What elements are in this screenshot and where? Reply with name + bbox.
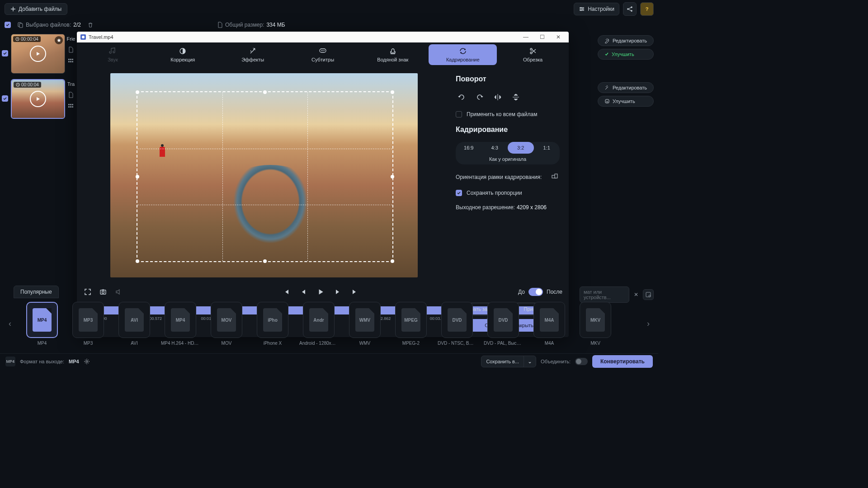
format-search-input[interactable]: мат или устройств... xyxy=(580,286,629,303)
save-to-chevron[interactable]: ⌄ xyxy=(524,356,536,367)
format-item-mov[interactable]: MOVMOV xyxy=(207,302,246,346)
svg-point-1 xyxy=(582,9,584,10)
search-clear-button[interactable]: ✕ xyxy=(632,291,640,298)
crop-handle-s[interactable] xyxy=(263,259,267,263)
total-size-label: Общий размер: xyxy=(225,22,264,28)
crop-handle-w[interactable] xyxy=(136,175,139,178)
share-button[interactable] xyxy=(623,2,637,16)
apply-all-label: Применить ко всем файлам xyxy=(467,111,537,117)
file-2-streams-icon[interactable] xyxy=(68,103,74,109)
video-preview[interactable] xyxy=(110,73,418,277)
svg-point-29 xyxy=(321,50,322,51)
format-item-mp4-h-264-hd-720p[interactable]: MP4MP4 H.264 - HD 720p xyxy=(161,302,200,346)
flip-horizontal-button[interactable] xyxy=(492,91,504,103)
help-button[interactable]: ? xyxy=(640,2,654,16)
file-2-name: Tra xyxy=(68,81,74,87)
stamp-icon xyxy=(389,47,397,55)
editor-titlebar[interactable]: Travel.mp4 — ☐ ✕ xyxy=(77,32,569,42)
crop-handle-se[interactable] xyxy=(391,259,394,263)
output-settings-button[interactable] xyxy=(84,358,90,365)
orientation-label: Ориентация рамки кадрирования: xyxy=(456,174,542,180)
apply-all-checkbox[interactable] xyxy=(456,111,462,117)
tab-sound[interactable]: Звук xyxy=(79,44,147,65)
file-1-play-button[interactable] xyxy=(30,46,46,62)
tab-crop[interactable]: Кадрирование xyxy=(429,44,497,65)
select-all-checkbox[interactable] xyxy=(5,22,11,28)
crop-handle-nw[interactable] xyxy=(136,90,139,94)
delete-selected-button[interactable] xyxy=(87,22,94,28)
search-advanced-button[interactable] xyxy=(643,289,654,300)
format-item-dvd-pal-[interactable]: DVDDVD - PAL, Высокое ... xyxy=(484,302,523,346)
format-item-dvd-ntsc-[interactable]: DVDDVD - NTSC, Высоко... xyxy=(438,302,476,346)
file-1-edit-button[interactable]: Редактировать xyxy=(598,35,654,46)
ratio-4-3[interactable]: 4:3 xyxy=(482,142,508,154)
svg-point-0 xyxy=(580,7,582,9)
format-item-mkv[interactable]: MKVMKV xyxy=(576,302,615,346)
file-1-improve-button[interactable]: Улучшить xyxy=(598,49,654,60)
orientation-toggle-button[interactable] xyxy=(551,173,560,182)
format-label: WMV xyxy=(345,341,384,346)
file-1-checkbox[interactable] xyxy=(2,50,8,56)
crop-handle-sw[interactable] xyxy=(136,259,139,263)
file-1-doc-icon[interactable] xyxy=(68,47,74,53)
convert-button[interactable]: Конвертировать xyxy=(592,355,653,368)
file-2-improve-button[interactable]: AI Улучшить xyxy=(598,96,654,107)
rotate-ccw-button[interactable] xyxy=(456,91,467,103)
file-1-streams-icon[interactable] xyxy=(68,57,74,64)
output-format-icon[interactable]: MP4 xyxy=(5,357,15,366)
format-item-mp3[interactable]: MP3MP3 xyxy=(69,302,108,346)
format-item-mp4[interactable]: MP4MP4 xyxy=(23,302,61,346)
svg-point-39 xyxy=(649,295,651,297)
rotate-cw-button[interactable] xyxy=(474,91,486,103)
svg-rect-20 xyxy=(68,106,70,108)
file-1-favorite-icon[interactable] xyxy=(55,36,63,44)
crop-frame[interactable] xyxy=(137,91,393,262)
file-2-checkbox[interactable] xyxy=(2,95,8,102)
ratio-3-2[interactable]: 3:2 xyxy=(508,142,534,154)
tab-subtitles[interactable]: Субтитры xyxy=(289,44,357,65)
crop-handle-n[interactable] xyxy=(263,90,267,94)
contrast-icon xyxy=(179,47,187,55)
svg-point-4 xyxy=(627,8,629,10)
total-size-value: 334 МБ xyxy=(266,22,285,28)
file-2-play-button[interactable] xyxy=(30,91,46,107)
settings-button[interactable]: Настройки xyxy=(574,3,619,15)
category-popular-tab[interactable]: Популярные xyxy=(14,286,59,298)
format-item-m4a[interactable]: M4AM4A xyxy=(530,302,569,346)
tab-correction[interactable]: Коррекция xyxy=(149,44,217,65)
tab-effects[interactable]: Эффекты xyxy=(219,44,287,65)
ratio-1-1[interactable]: 1:1 xyxy=(534,142,560,154)
save-to-dropdown[interactable]: Сохранить в... ⌄ xyxy=(481,356,536,367)
window-maximize-button[interactable]: ☐ xyxy=(535,34,549,40)
window-minimize-button[interactable]: — xyxy=(519,34,533,40)
crop-handle-ne[interactable] xyxy=(391,90,394,94)
ratio-original[interactable]: Как у оригинала xyxy=(456,154,560,164)
format-item-iphone-x[interactable]: iPhoiPhone X xyxy=(253,302,292,346)
flip-vertical-button[interactable] xyxy=(510,91,522,103)
format-label: MKV xyxy=(576,341,615,346)
format-label: MOV xyxy=(207,341,246,346)
crop-handle-e[interactable] xyxy=(391,175,394,178)
svg-rect-12 xyxy=(72,59,73,60)
format-item-wmv[interactable]: WMVWMV xyxy=(345,302,384,346)
format-item-avi[interactable]: AVIAVI xyxy=(115,302,154,346)
file-2-edit-button[interactable]: Редактировать xyxy=(598,82,654,93)
formats-prev-button[interactable]: ‹ xyxy=(5,306,15,342)
merge-toggle[interactable] xyxy=(575,358,588,365)
format-item-android-1280x720[interactable]: AndrAndroid - 1280x720 xyxy=(299,302,338,346)
svg-rect-17 xyxy=(68,104,70,105)
keep-ratio-checkbox[interactable] xyxy=(456,190,462,196)
tab-trim[interactable]: Обрезка xyxy=(499,44,567,65)
ratio-16-9[interactable]: 16:9 xyxy=(456,142,482,154)
add-files-button[interactable]: Добавить файлы xyxy=(5,3,67,15)
svg-rect-21 xyxy=(70,106,71,108)
file-2-thumbnail[interactable]: 00:00:04 xyxy=(11,79,65,119)
file-2-doc-icon[interactable] xyxy=(68,92,74,98)
format-label: AVI xyxy=(115,341,154,346)
tab-watermark[interactable]: Водяной знак xyxy=(359,44,427,65)
formats-next-button[interactable]: › xyxy=(643,306,654,342)
file-1-thumbnail[interactable]: 00:00:04 xyxy=(11,34,65,74)
add-files-label: Добавить файлы xyxy=(19,6,61,12)
format-item-mpeg-2[interactable]: MPEGMPEG-2 xyxy=(392,302,430,346)
window-close-button[interactable]: ✕ xyxy=(552,34,565,40)
